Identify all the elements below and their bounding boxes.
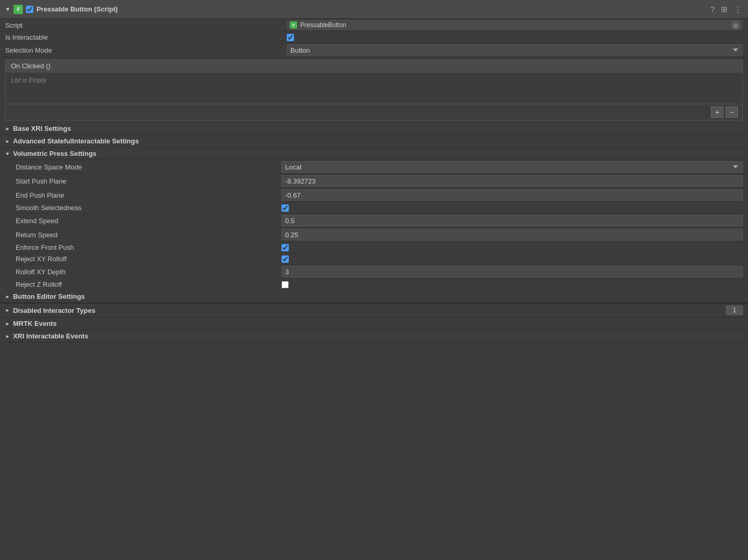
button-editor-title: Button Editor Settings — [13, 293, 85, 300]
disabled-interactor-title: Disabled Interactor Types — [13, 307, 726, 314]
reject-z-rolloff-value — [281, 281, 743, 288]
rolloff-xy-depth-value — [281, 266, 743, 277]
xri-events-title: XRI Interactable Events — [13, 332, 743, 340]
script-field-value: # PressableButton ◎ — [287, 20, 743, 30]
enforce-front-push-label: Enforce Front Push — [10, 244, 281, 251]
end-push-plane-row: End Push Plane — [10, 188, 748, 202]
mrtk-events-title: MRTK Events — [13, 320, 743, 327]
base-xri-section-header[interactable]: ► Base XRI Settings — [0, 123, 748, 135]
script-name: PressableButton — [300, 21, 346, 29]
selection-mode-row: Selection Mode Button Toggle None — [0, 43, 748, 57]
event-list-empty: List is Empty — [6, 72, 742, 104]
collapse-arrow-icon[interactable]: ▼ — [5, 6, 10, 12]
enforce-front-push-row: Enforce Front Push — [10, 242, 748, 253]
mrtk-events-section[interactable]: ► MRTK Events — [0, 318, 748, 330]
rolloff-xy-depth-input[interactable] — [281, 266, 743, 277]
end-push-plane-input[interactable] — [281, 189, 743, 201]
reject-xy-rolloff-value — [281, 255, 743, 263]
advanced-arrow-icon: ► — [5, 139, 10, 144]
advanced-title: Advanced StatefulInteractable Settings — [13, 137, 139, 145]
selection-mode-value: Button Toggle None — [287, 44, 743, 56]
component-panel: ▼ # Pressable Button (Script) ? ⊞ ⋮ Scri… — [0, 0, 748, 343]
return-speed-input[interactable] — [281, 229, 743, 240]
smooth-selectedness-label: Smooth Selectedness — [10, 204, 281, 212]
button-editor-arrow-icon: ► — [5, 294, 10, 299]
extend-speed-input[interactable] — [281, 215, 743, 226]
script-label: Script — [5, 21, 287, 29]
rolloff-xy-depth-label: Rolloff XY Depth — [10, 268, 281, 276]
remove-event-button[interactable]: − — [726, 106, 738, 118]
extend-speed-label: Extend Speed — [10, 217, 281, 225]
volumetric-section-header[interactable]: ▼ Volumetric Press Settings — [0, 148, 748, 160]
script-field-row: Script # PressableButton ◎ — [0, 19, 748, 32]
help-icon-button[interactable]: ? — [709, 4, 716, 14]
script-reference[interactable]: # PressableButton ◎ — [287, 20, 743, 30]
rolloff-xy-depth-row: Rolloff XY Depth — [10, 265, 748, 279]
settings-icon-button[interactable]: ⊞ — [720, 4, 729, 14]
reject-z-rolloff-label: Reject Z Rolloff — [10, 281, 281, 288]
start-push-plane-row: Start Push Plane — [10, 174, 748, 188]
return-speed-label: Return Speed — [10, 231, 281, 239]
component-enabled-checkbox[interactable] — [26, 6, 33, 13]
on-clicked-header: On Clicked () — [6, 60, 742, 72]
end-push-plane-value — [281, 189, 743, 201]
enforce-front-push-value — [281, 244, 743, 251]
hash-icon: # — [14, 5, 23, 14]
enforce-front-push-checkbox[interactable] — [281, 244, 289, 251]
return-speed-value — [281, 229, 743, 240]
reject-z-rolloff-row: Reject Z Rolloff — [10, 279, 748, 290]
component-title: Pressable Button (Script) — [36, 5, 706, 13]
extend-speed-value — [281, 215, 743, 226]
base-xri-title: Base XRI Settings — [13, 125, 71, 132]
on-clicked-section: On Clicked () List is Empty + − — [5, 59, 743, 120]
distance-space-mode-label: Distance Space Mode — [10, 163, 281, 171]
script-target-button[interactable]: ◎ — [731, 21, 740, 29]
reject-z-rolloff-checkbox[interactable] — [281, 281, 289, 288]
advanced-section-header[interactable]: ► Advanced StatefulInteractable Settings — [0, 135, 748, 148]
xri-events-arrow-icon: ► — [5, 334, 10, 339]
button-editor-section-header[interactable]: ► Button Editor Settings — [0, 290, 748, 303]
volumetric-arrow-icon: ▼ — [5, 151, 10, 156]
extend-speed-row: Extend Speed — [10, 214, 748, 228]
is-interactable-label: Is Interactable — [5, 33, 287, 41]
disabled-interactor-badge: 1 — [726, 306, 743, 315]
start-push-plane-input[interactable] — [281, 175, 743, 187]
disabled-interactor-arrow-icon: ► — [5, 308, 10, 313]
start-push-plane-value — [281, 175, 743, 187]
header-icons: ? ⊞ ⋮ — [709, 4, 743, 14]
return-speed-row: Return Speed — [10, 228, 748, 242]
distance-space-mode-dropdown[interactable]: Local World — [281, 161, 743, 173]
add-event-button[interactable]: + — [711, 106, 724, 118]
start-push-plane-label: Start Push Plane — [10, 177, 281, 185]
smooth-selectedness-value — [281, 204, 743, 212]
reject-xy-rolloff-row: Reject XY Rolloff — [10, 253, 748, 265]
is-interactable-row: Is Interactable — [0, 32, 748, 43]
is-interactable-value — [287, 34, 743, 41]
is-interactable-checkbox[interactable] — [287, 34, 294, 41]
reject-xy-rolloff-label: Reject XY Rolloff — [10, 255, 281, 263]
smooth-selectedness-row: Smooth Selectedness — [10, 202, 748, 214]
script-hash-icon: # — [290, 21, 297, 29]
volumetric-title: Volumetric Press Settings — [13, 150, 96, 157]
mrtk-events-arrow-icon: ► — [5, 321, 10, 326]
component-header: ▼ # Pressable Button (Script) ? ⊞ ⋮ — [0, 0, 748, 19]
smooth-selectedness-checkbox[interactable] — [281, 204, 289, 212]
end-push-plane-label: End Push Plane — [10, 191, 281, 199]
base-xri-arrow-icon: ► — [5, 126, 10, 131]
selection-mode-label: Selection Mode — [5, 46, 287, 54]
selection-mode-dropdown[interactable]: Button Toggle None — [287, 44, 743, 56]
distance-space-mode-row: Distance Space Mode Local World — [10, 160, 748, 174]
disabled-interactor-section[interactable]: ► Disabled Interactor Types 1 — [0, 303, 748, 318]
event-footer: + − — [6, 104, 742, 120]
distance-space-mode-value: Local World — [281, 161, 743, 173]
volumetric-content: Distance Space Mode Local World Start Pu… — [0, 160, 748, 290]
reject-xy-rolloff-checkbox[interactable] — [281, 255, 289, 263]
overflow-icon-button[interactable]: ⋮ — [733, 4, 743, 14]
xri-events-section[interactable]: ► XRI Interactable Events — [0, 330, 748, 343]
